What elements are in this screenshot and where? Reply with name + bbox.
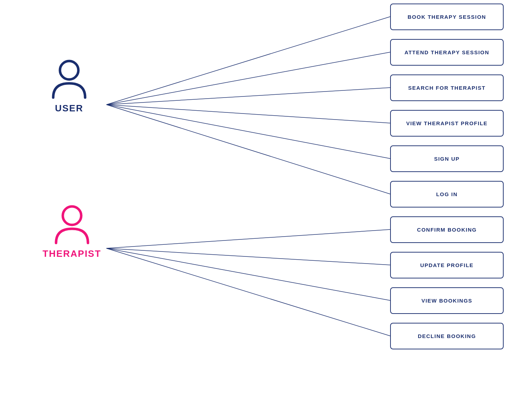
- use-case-search-therapist: SEARCH FOR THERAPIST: [390, 74, 504, 101]
- use-case-sign-up: SIGN UP: [390, 145, 504, 172]
- use-case-update-profile: UPDATE PROFILE: [390, 252, 504, 278]
- svg-line-2: [106, 88, 390, 105]
- user-icon: [50, 57, 89, 99]
- svg-line-5: [106, 105, 390, 194]
- diagram-container: USER THERAPIST BOOK THERAPY SESSION ATTE…: [0, 0, 532, 415]
- svg-line-0: [106, 17, 390, 105]
- svg-point-11: [63, 206, 81, 225]
- use-case-view-therapist-profile: VIEW THERAPIST PROFILE: [390, 110, 504, 137]
- use-case-view-bookings: VIEW BOOKINGS: [390, 287, 504, 314]
- svg-line-4: [106, 105, 390, 159]
- therapist-label: THERAPIST: [43, 248, 101, 259]
- use-case-attend-therapy: ATTEND THERAPY SESSION: [390, 39, 504, 66]
- use-case-book-therapy: BOOK THERAPY SESSION: [390, 4, 504, 30]
- use-case-log-in: LOG IN: [390, 181, 504, 208]
- svg-line-8: [106, 248, 390, 300]
- user-actor: USER: [50, 57, 89, 114]
- use-case-decline-booking: DECLINE BOOKING: [390, 323, 504, 349]
- user-label: USER: [55, 103, 83, 114]
- therapist-actor: THERAPIST: [43, 202, 101, 259]
- svg-line-9: [106, 248, 390, 336]
- therapist-icon: [52, 202, 92, 245]
- use-case-confirm-booking: CONFIRM BOOKING: [390, 216, 504, 243]
- svg-point-10: [60, 61, 78, 79]
- svg-line-3: [106, 105, 390, 123]
- svg-line-6: [106, 229, 390, 248]
- svg-line-1: [106, 52, 390, 105]
- svg-line-7: [106, 248, 390, 265]
